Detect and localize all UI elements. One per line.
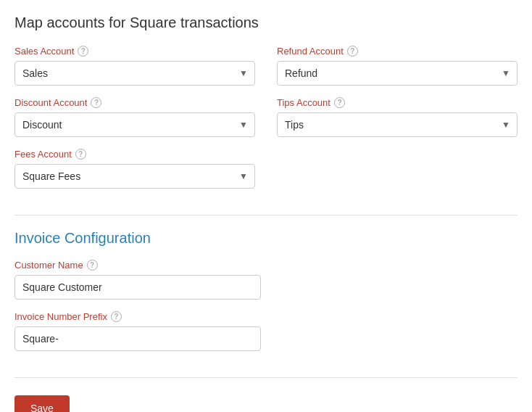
- invoice-section: Invoice Configuration Customer Name ? In…: [14, 230, 518, 378]
- sales-account-label: Sales Account ?: [14, 46, 255, 57]
- save-button[interactable]: Save: [14, 395, 70, 412]
- fees-account-help-icon[interactable]: ?: [75, 149, 86, 160]
- tips-account-help-icon[interactable]: ?: [334, 97, 345, 108]
- refund-account-label: Refund Account ?: [277, 46, 518, 57]
- sales-account-group: Sales Account ? Sales ▼: [14, 46, 255, 86]
- sales-account-select-wrapper: Sales ▼: [14, 61, 255, 86]
- invoice-prefix-group: Invoice Number Prefix ?: [14, 311, 261, 351]
- accounts-form-grid: Sales Account ? Sales ▼ Refund Account ?…: [14, 46, 518, 200]
- tips-account-select-wrapper: Tips ▼: [277, 112, 518, 137]
- discount-account-group: Discount Account ? Discount ▼: [14, 97, 255, 137]
- invoice-section-title: Invoice Configuration: [14, 230, 518, 247]
- discount-account-label: Discount Account ?: [14, 97, 255, 108]
- customer-name-group: Customer Name ?: [14, 260, 261, 300]
- accounts-section: Sales Account ? Sales ▼ Refund Account ?…: [14, 46, 518, 215]
- tips-account-group: Tips Account ? Tips ▼: [277, 97, 518, 137]
- refund-account-group: Refund Account ? Refund ▼: [277, 46, 518, 86]
- refund-account-select[interactable]: Refund: [277, 61, 518, 86]
- customer-name-help-icon[interactable]: ?: [87, 260, 98, 271]
- customer-name-input[interactable]: [14, 275, 261, 300]
- tips-account-label: Tips Account ?: [277, 97, 518, 108]
- invoice-prefix-label: Invoice Number Prefix ?: [14, 311, 261, 322]
- sales-account-help-icon[interactable]: ?: [78, 46, 88, 57]
- customer-name-label: Customer Name ?: [14, 260, 261, 271]
- fees-account-group: Fees Account ? Square Fees ▼: [14, 149, 255, 189]
- invoice-form: Customer Name ? Invoice Number Prefix ?: [14, 260, 261, 351]
- discount-account-select[interactable]: Discount: [14, 112, 255, 137]
- refund-account-select-wrapper: Refund ▼: [277, 61, 518, 86]
- fees-account-select[interactable]: Square Fees: [14, 164, 255, 189]
- form-actions: Save: [14, 395, 518, 412]
- fees-row-spacer: [277, 149, 518, 200]
- fees-account-select-wrapper: Square Fees ▼: [14, 164, 255, 189]
- sales-account-select[interactable]: Sales: [14, 61, 255, 86]
- fees-account-label: Fees Account ?: [14, 149, 255, 160]
- invoice-prefix-help-icon[interactable]: ?: [111, 311, 122, 322]
- refund-account-help-icon[interactable]: ?: [347, 46, 358, 57]
- invoice-prefix-input[interactable]: [14, 326, 261, 351]
- tips-account-select[interactable]: Tips: [277, 112, 518, 137]
- page-title: Map accounts for Square transactions: [14, 15, 518, 31]
- discount-account-help-icon[interactable]: ?: [91, 97, 101, 108]
- discount-account-select-wrapper: Discount ▼: [14, 112, 255, 137]
